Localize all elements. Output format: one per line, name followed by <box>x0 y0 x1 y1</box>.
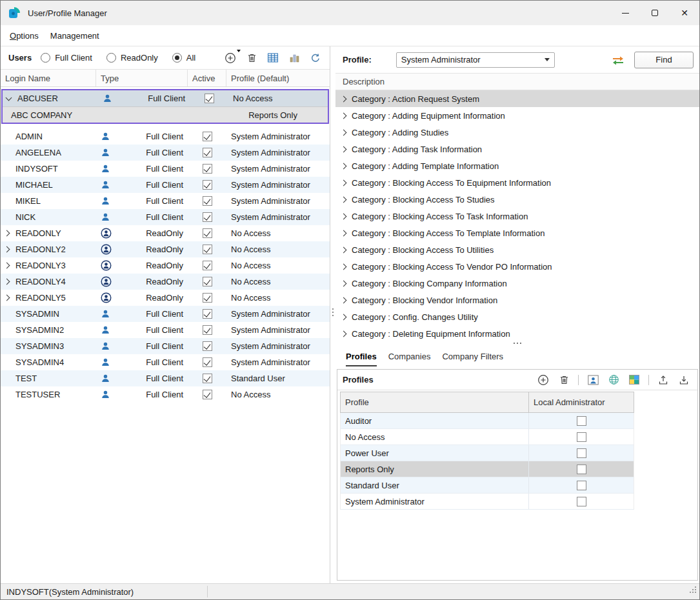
close-button[interactable]: ✕ <box>670 1 699 25</box>
category-row[interactable]: Category : Blocking Access To Vendor PO … <box>335 258 699 275</box>
column-header-local-administrator[interactable]: Local Administrator <box>529 392 634 412</box>
maximize-button[interactable] <box>640 1 670 25</box>
profile-row[interactable]: Power User <box>340 445 634 461</box>
chevron-right-icon[interactable] <box>4 279 10 285</box>
find-button[interactable]: Find <box>634 52 694 68</box>
user-row[interactable]: READONLY2ReadOnlyNo Access <box>1 241 330 257</box>
chevron-right-icon[interactable] <box>4 230 10 237</box>
export-profiles-button[interactable] <box>657 374 670 386</box>
user-row[interactable]: READONLYReadOnlyNo Access <box>1 225 330 241</box>
chevron-right-icon[interactable] <box>4 295 10 301</box>
delete-profile-button[interactable] <box>557 374 570 386</box>
column-header-profile-default[interactable]: Profile (Default) <box>226 70 330 86</box>
active-checkbox[interactable] <box>203 325 212 335</box>
add-profile-button[interactable] <box>537 374 550 386</box>
active-checkbox[interactable] <box>203 374 212 383</box>
column-header-login-name[interactable]: Login Name <box>1 70 96 86</box>
category-row[interactable]: Category : Blocking Vendor Information <box>335 292 699 308</box>
user-row[interactable]: TESTUSERFull ClientNo Access <box>1 386 330 403</box>
chevron-right-icon[interactable] <box>341 95 347 102</box>
user-row[interactable]: SYSADMIN4Full ClientSystem Administrator <box>1 354 330 370</box>
filter-radio-full-client[interactable]: Full Client <box>41 53 92 63</box>
active-checkbox[interactable] <box>203 132 212 141</box>
user-row[interactable]: ABCUSERFull ClientNo Access <box>3 90 328 106</box>
active-checkbox[interactable] <box>203 228 212 238</box>
filter-radio-all[interactable]: All <box>172 53 195 63</box>
chevron-right-icon[interactable] <box>341 230 347 236</box>
tab-company-filters[interactable]: Company Filters <box>442 352 503 366</box>
column-header-profile[interactable]: Profile <box>341 392 529 412</box>
user-row[interactable]: READONLY3ReadOnlyNo Access <box>1 257 330 274</box>
local-admin-checkbox[interactable] <box>577 416 586 426</box>
user-columns-button[interactable] <box>288 52 301 65</box>
tab-profiles[interactable]: Profiles <box>346 352 377 366</box>
minimize-button[interactable] <box>610 1 640 25</box>
active-checkbox[interactable] <box>203 277 212 286</box>
sync-profile-button[interactable] <box>611 54 625 66</box>
chevron-right-icon[interactable] <box>341 280 347 286</box>
profile-row[interactable]: System Administrator <box>340 494 634 510</box>
active-checkbox[interactable] <box>203 293 212 303</box>
category-row[interactable]: Category : Adding Studies <box>335 124 699 141</box>
profile-dropdown[interactable]: System Administrator <box>396 52 555 68</box>
resize-grip[interactable] <box>690 592 691 593</box>
category-row[interactable]: Category : Deleting Equipment Informatio… <box>335 325 699 339</box>
chevron-right-icon[interactable] <box>4 246 10 253</box>
active-checkbox[interactable] <box>203 148 212 157</box>
local-admin-checkbox[interactable] <box>577 465 586 474</box>
active-checkbox[interactable] <box>203 164 212 174</box>
category-row[interactable]: Category : Blocking Company Information <box>335 275 699 292</box>
chevron-right-icon[interactable] <box>341 246 347 253</box>
user-row[interactable]: READONLY5ReadOnlyNo Access <box>1 290 330 306</box>
active-checkbox[interactable] <box>203 180 212 190</box>
user-row[interactable]: SYSADMIN2Full ClientSystem Administrator <box>1 322 330 338</box>
active-checkbox[interactable] <box>203 357 212 367</box>
chevron-right-icon[interactable] <box>341 129 347 135</box>
add-user-button[interactable] <box>224 52 237 65</box>
local-admin-checkbox[interactable] <box>577 481 586 490</box>
profile-user-button[interactable] <box>586 374 599 386</box>
delete-user-button[interactable] <box>245 52 258 65</box>
active-checkbox[interactable] <box>203 309 212 319</box>
profile-row[interactable]: No Access <box>340 429 634 445</box>
category-row[interactable]: Category : Action Request System <box>335 90 699 107</box>
active-checkbox[interactable] <box>203 390 212 399</box>
category-row[interactable]: Category : Blocking Access To Equipment … <box>335 174 699 191</box>
category-row[interactable]: Category : Blocking Access To Template I… <box>335 225 699 241</box>
category-row[interactable]: Category : Blocking Access To Utilities <box>335 241 699 258</box>
menu-management[interactable]: Management <box>45 28 105 44</box>
panel-splitter[interactable] <box>330 46 335 583</box>
profile-row[interactable]: Standard User <box>340 477 634 494</box>
chevron-right-icon[interactable] <box>341 112 347 119</box>
profile-row[interactable]: Auditor <box>340 413 634 429</box>
chevron-down-icon[interactable] <box>6 94 12 101</box>
chevron-right-icon[interactable] <box>341 263 347 270</box>
user-row[interactable]: TESTFull ClientStandard User <box>1 370 330 386</box>
user-table-button[interactable] <box>266 52 279 65</box>
filter-radio-readonly[interactable]: ReadOnly <box>106 53 158 63</box>
user-row[interactable]: ADMINFull ClientSystem Administrator <box>1 128 330 145</box>
local-admin-checkbox[interactable] <box>577 432 586 442</box>
chevron-right-icon[interactable] <box>341 196 347 203</box>
active-checkbox[interactable] <box>203 261 212 270</box>
chevron-right-icon[interactable] <box>341 314 347 320</box>
category-row[interactable]: Category : Config. Changes Utility <box>335 308 699 325</box>
category-row[interactable]: Category : Adding Task Information <box>335 141 699 157</box>
chevron-right-icon[interactable] <box>341 146 347 152</box>
user-row[interactable]: MIKELFull ClientSystem Administrator <box>1 193 330 209</box>
profile-web-button[interactable] <box>607 374 620 386</box>
column-header-active[interactable]: Active <box>188 70 226 86</box>
profile-row[interactable]: Reports Only <box>340 461 634 477</box>
active-checkbox[interactable] <box>203 196 212 206</box>
category-row[interactable]: Category : Blocking Access To Task Infor… <box>335 208 699 225</box>
local-admin-checkbox[interactable] <box>577 497 586 506</box>
column-header-type[interactable]: Type <box>96 70 188 86</box>
active-checkbox[interactable] <box>203 341 212 351</box>
category-row[interactable]: Category : Adding Template Information <box>335 157 699 174</box>
import-profiles-button[interactable] <box>677 374 690 386</box>
active-checkbox[interactable] <box>203 245 212 254</box>
category-row[interactable]: Category : Blocking Access To Studies <box>335 191 699 208</box>
user-row[interactable]: SYSADMIN3Full ClientSystem Administrator <box>1 338 330 354</box>
user-row[interactable]: INDYSOFTFull ClientSystem Administrator <box>1 161 330 177</box>
chevron-right-icon[interactable] <box>4 263 10 269</box>
